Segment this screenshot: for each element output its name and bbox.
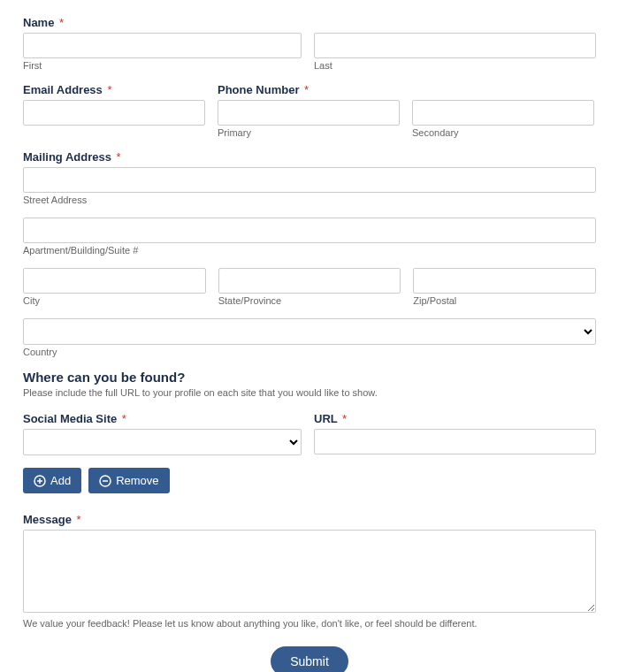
url-input[interactable] bbox=[314, 429, 596, 454]
street-input[interactable] bbox=[23, 167, 596, 193]
name-label-text: Name bbox=[23, 16, 54, 29]
social-select[interactable] bbox=[23, 429, 302, 455]
phone-label-text: Phone Number bbox=[218, 83, 299, 96]
message-textarea[interactable] bbox=[23, 530, 596, 613]
mailing-label: Mailing Address * bbox=[23, 150, 596, 164]
find-heading: Where can you be found? bbox=[23, 370, 596, 385]
find-desc: Please include the full URL to your prof… bbox=[23, 387, 596, 398]
email-input[interactable] bbox=[23, 100, 205, 126]
zip-sublabel: Zip/Postal bbox=[413, 295, 596, 306]
phone-secondary-sublabel: Secondary bbox=[412, 127, 594, 138]
contact-group: Email Address * Phone Number * Primary S… bbox=[23, 83, 596, 138]
country-sublabel: Country bbox=[23, 347, 596, 357]
required-mark: * bbox=[304, 83, 309, 96]
message-label: Message * bbox=[23, 513, 596, 526]
url-label: URL * bbox=[314, 412, 596, 425]
state-input[interactable] bbox=[218, 268, 401, 294]
plus-circle-icon bbox=[34, 475, 46, 487]
add-button[interactable]: Add bbox=[23, 468, 81, 493]
message-helper: We value your feedback! Please let us kn… bbox=[23, 618, 596, 629]
city-sublabel: City bbox=[23, 295, 206, 306]
zip-input[interactable] bbox=[413, 268, 596, 294]
email-label: Email Address * bbox=[23, 83, 205, 96]
first-name-sublabel: First bbox=[23, 60, 302, 71]
submit-button-label: Submit bbox=[290, 654, 329, 668]
mailing-label-text: Mailing Address bbox=[23, 150, 111, 164]
last-name-input[interactable] bbox=[314, 33, 596, 58]
street-sublabel: Street Address bbox=[23, 195, 596, 205]
apt-input[interactable] bbox=[23, 218, 596, 243]
email-label-text: Email Address bbox=[23, 83, 103, 96]
submit-row: Submit bbox=[23, 646, 596, 672]
first-name-input[interactable] bbox=[23, 33, 302, 58]
required-mark: * bbox=[122, 412, 126, 425]
message-label-text: Message bbox=[23, 513, 72, 526]
remove-button-label: Remove bbox=[116, 474, 158, 487]
mailing-group: Mailing Address * Street Address Apartme… bbox=[23, 150, 596, 357]
name-label: Name * bbox=[23, 16, 596, 29]
remove-button[interactable]: Remove bbox=[88, 468, 169, 493]
social-row: Social Media Site * URL * bbox=[23, 412, 596, 455]
minus-circle-icon bbox=[99, 475, 111, 487]
message-group: Message * We value your feedback! Please… bbox=[23, 513, 596, 629]
required-mark: * bbox=[59, 16, 64, 29]
phone-primary-input[interactable] bbox=[218, 100, 400, 126]
phone-label: Phone Number * bbox=[218, 83, 400, 96]
state-sublabel: State/Province bbox=[218, 295, 401, 306]
country-select[interactable] bbox=[23, 318, 596, 345]
add-remove-row: Add Remove bbox=[23, 468, 596, 493]
submit-button[interactable]: Submit bbox=[271, 646, 348, 672]
required-mark: * bbox=[107, 83, 111, 96]
required-mark: * bbox=[342, 412, 347, 425]
social-label: Social Media Site * bbox=[23, 412, 302, 425]
name-group: Name * First Last bbox=[23, 16, 596, 71]
social-label-text: Social Media Site bbox=[23, 412, 117, 425]
last-name-sublabel: Last bbox=[314, 60, 596, 71]
required-mark: * bbox=[117, 150, 121, 164]
required-mark: * bbox=[77, 513, 81, 526]
city-input[interactable] bbox=[23, 268, 206, 294]
add-button-label: Add bbox=[50, 474, 71, 487]
phone-secondary-input[interactable] bbox=[412, 100, 594, 126]
phone-primary-sublabel: Primary bbox=[218, 127, 400, 138]
apt-sublabel: Apartment/Building/Suite # bbox=[23, 245, 596, 256]
url-label-text: URL bbox=[314, 412, 337, 425]
